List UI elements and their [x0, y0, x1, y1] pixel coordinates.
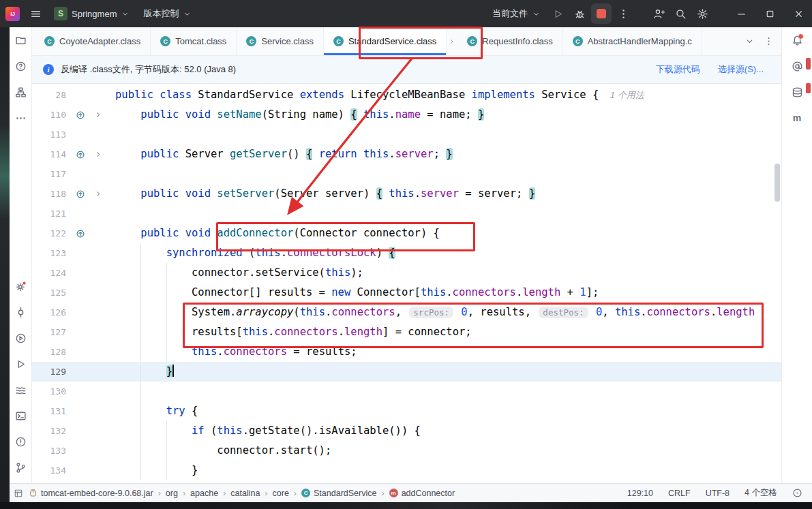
git-branch-icon[interactable]: [12, 459, 29, 476]
code-text: try {: [107, 401, 198, 421]
problems-icon[interactable]: [12, 433, 29, 450]
database-icon[interactable]: [788, 83, 806, 101]
code-line[interactable]: 126 System.arraycopy(this.connectors, sr…: [32, 303, 781, 322]
override-marker-icon[interactable]: [72, 229, 89, 238]
ai-assistant-icon[interactable]: [788, 57, 806, 75]
code-line[interactable]: 133 connector.start();: [32, 441, 781, 461]
code-text: if (this.getState().isAvailable()) {: [107, 421, 421, 441]
search-everywhere-icon[interactable]: [670, 3, 691, 24]
override-marker-icon[interactable]: [72, 150, 89, 159]
run-icon[interactable]: [12, 355, 29, 373]
code-line[interactable]: 124 connector.setService(this);: [32, 263, 781, 283]
main-menu-icon[interactable]: [25, 3, 46, 24]
fold-arrow-icon[interactable]: [89, 189, 107, 198]
caret-position[interactable]: 129:10: [627, 489, 653, 498]
breadcrumb-item[interactable]: core: [273, 489, 289, 498]
code-line[interactable]: 118 public void setServer(Server server)…: [32, 184, 781, 204]
desktop-edge-bottom: [0, 502, 812, 509]
code-line[interactable]: 131 try {: [32, 401, 781, 421]
project-folder-icon[interactable]: [12, 31, 29, 49]
override-marker-icon[interactable]: [72, 189, 89, 199]
settings-icon[interactable]: [692, 3, 712, 24]
class-icon: C: [44, 36, 55, 46]
encoding[interactable]: UTF-8: [706, 489, 730, 498]
tab-standardservice-class[interactable]: CStandardService.class: [324, 27, 447, 55]
structure-icon[interactable]: [12, 83, 29, 101]
info-icon: i: [43, 64, 54, 75]
maven-icon[interactable]: m: [788, 109, 806, 127]
tab-coyoteadapter-class[interactable]: CCoyoteAdapter.class: [35, 27, 151, 55]
code-line[interactable]: 132 if (this.getState().isAvailable()) {: [32, 421, 781, 441]
code-line[interactable]: 28public class StandardService extends L…: [32, 85, 781, 105]
maximize-button[interactable]: [756, 0, 783, 27]
tab-label: CoyoteAdapter.class: [59, 36, 140, 46]
run-services-icon[interactable]: [12, 329, 29, 347]
run-button[interactable]: [547, 3, 568, 24]
more-tool-windows-icon[interactable]: [12, 109, 29, 127]
terminal-icon[interactable]: [12, 407, 29, 425]
code-line[interactable]: 129 }: [32, 362, 781, 382]
close-button[interactable]: [785, 0, 812, 27]
line-separator[interactable]: CRLF: [668, 489, 691, 498]
class-icon: C: [301, 489, 310, 497]
download-sources-link[interactable]: 下载源代码: [656, 63, 700, 76]
code-line[interactable]: 134 }: [32, 461, 781, 480]
tab-options-icon[interactable]: [760, 33, 777, 50]
more-actions-icon[interactable]: [613, 3, 633, 24]
override-marker-icon[interactable]: [72, 110, 89, 120]
code-text: connector.setService(this);: [107, 263, 363, 283]
line-number: 122: [32, 228, 72, 238]
breadcrumb-item[interactable]: CStandardService: [301, 489, 376, 498]
code-line[interactable]: 110 public void setName(String name) { t…: [32, 105, 781, 125]
help-icon[interactable]: [12, 57, 29, 75]
editor-scrollbar[interactable]: [775, 164, 780, 202]
breadcrumb-item[interactable]: tomcat-embed-core-9.0.68.jar: [29, 489, 153, 498]
breadcrumb-item[interactable]: apache: [190, 489, 218, 498]
left-tool-stripe: [10, 27, 32, 483]
code-editor[interactable]: 28public class StandardService extends L…: [32, 84, 781, 483]
code-line[interactable]: 113: [32, 125, 781, 144]
code-text: public class StandardService extends Lif…: [107, 85, 644, 105]
fold-arrow-icon[interactable]: [89, 150, 107, 159]
code-line[interactable]: 130: [32, 382, 781, 401]
code-line[interactable]: 125 Connector[] results = new Connector[…: [32, 283, 781, 303]
endpoints-icon[interactable]: [12, 381, 29, 399]
choose-sources-link[interactable]: 选择源(S)...: [718, 63, 764, 76]
code-text: public Server getServer() { return this.…: [107, 144, 453, 164]
vcs-widget[interactable]: 版本控制: [138, 5, 197, 22]
code-line[interactable]: 127 results[this.connectors.length] = co…: [32, 322, 781, 342]
debug-button[interactable]: [569, 3, 590, 24]
line-number: 127: [32, 327, 72, 337]
line-number: 132: [32, 426, 72, 436]
breadcrumb-item[interactable]: catalina: [230, 489, 260, 498]
breadcrumb-item[interactable]: org: [166, 489, 178, 498]
tab-abstracthandlermapping-c[interactable]: CAbstractHandlerMapping.c: [563, 27, 702, 55]
intellij-logo: IJ: [5, 7, 20, 21]
tab-tomcat-class[interactable]: CTomcat.class: [151, 27, 237, 55]
title-bar: IJ S Springmem 版本控制 当前文件: [0, 0, 812, 27]
tab-requestinfo-class[interactable]: CRequestInfo.class: [457, 27, 562, 55]
services-icon[interactable]: [12, 277, 29, 295]
breadcrumb-item[interactable]: maddConnector: [389, 489, 455, 498]
tab-label: StandardService.class: [348, 36, 436, 46]
run-config-widget[interactable]: 当前文件: [487, 5, 546, 22]
status-bar: tomcat-embed-core-9.0.68.jar›org›apache›…: [10, 483, 812, 502]
status-indicator-icon[interactable]: [792, 488, 802, 498]
commit-icon[interactable]: [12, 303, 29, 321]
code-line[interactable]: 117: [32, 164, 781, 184]
stop-button[interactable]: [591, 3, 612, 24]
fold-arrow-icon[interactable]: [89, 110, 107, 119]
notifications-icon[interactable]: [788, 31, 806, 49]
indent-size[interactable]: 4 个空格: [745, 487, 777, 499]
code-line[interactable]: 123 synchronized (this.connectorsLock) {: [32, 243, 781, 263]
code-line[interactable]: 128 this.connectors = results;: [32, 342, 781, 362]
line-number: 134: [32, 465, 72, 476]
code-line[interactable]: 114 public Server getServer() { return t…: [32, 144, 781, 164]
code-line[interactable]: 122 public void addConnector(Connector c…: [32, 223, 781, 243]
code-with-me-icon[interactable]: [648, 3, 669, 24]
code-line[interactable]: 121: [32, 204, 781, 223]
hidden-tabs-icon[interactable]: [740, 33, 758, 50]
tab-service-class[interactable]: CService.class: [237, 27, 324, 55]
minimize-button[interactable]: [727, 0, 755, 27]
project-widget[interactable]: S Springmem: [48, 4, 135, 23]
